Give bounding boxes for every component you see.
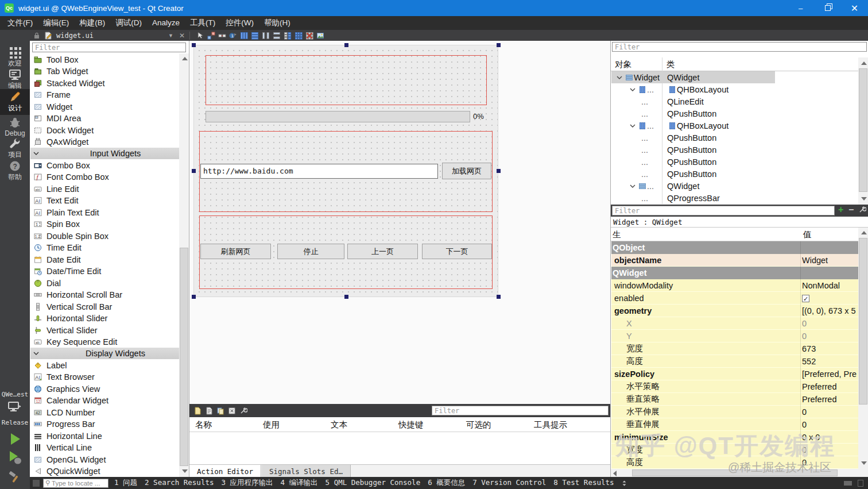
property-row-垂直策略[interactable]: 垂直策略 Preferred	[611, 393, 868, 406]
property-row-objectName[interactable]: objectName Widget	[611, 254, 868, 267]
status-item-5[interactable]: 6 概要信息	[428, 478, 465, 488]
cut-action-icon[interactable]	[203, 407, 215, 415]
action-column-3[interactable]: 快捷键	[398, 419, 424, 430]
scroll-down-arrow[interactable]	[861, 197, 867, 201]
widget-item-Combo Box[interactable]: Combo Box	[30, 159, 179, 171]
widget-item-Progress Bar[interactable]: Progress Bar	[30, 418, 179, 430]
close-button[interactable]: ✕	[841, 0, 868, 16]
selection-handle[interactable]	[192, 169, 196, 173]
run-button[interactable]	[8, 432, 22, 448]
mode-项目[interactable]: 项目	[0, 138, 30, 159]
mode-设计[interactable]: 设计	[0, 89, 30, 115]
remove-property-icon[interactable]: −	[848, 205, 854, 215]
widget-item-Horizontal Scroll Bar[interactable]: Horizontal Scroll Bar	[30, 289, 179, 301]
tree-row-QPushButton[interactable]: ...QPushButton	[611, 132, 858, 144]
menu-item-5[interactable]: 工具(T)	[185, 16, 220, 30]
mode-编辑[interactable]: 编辑	[0, 70, 30, 89]
widget-item-Date/Time Edit[interactable]: Date/Time Edit	[30, 265, 179, 278]
widget-item-Vertical Line[interactable]: Vertical Line	[30, 442, 179, 454]
property-row-垂直伸展[interactable]: 垂直伸展 0	[611, 418, 868, 431]
action-column-2[interactable]: 文本	[331, 419, 347, 430]
tree-row-QHBoxLayout[interactable]: ...QHBoxLayout	[611, 120, 858, 132]
nav-button-0[interactable]: 刷新网页	[200, 244, 271, 259]
designed-form[interactable]: 0% http://www.baidu.com 加载网页 刷新网页停止上一页下一…	[193, 45, 498, 297]
widget-item-Font Combo Box[interactable]: fFont Combo Box	[30, 171, 179, 183]
selection-handle[interactable]	[192, 295, 196, 299]
widget-item-Tab Widget[interactable]: Tab Widget	[30, 66, 179, 78]
widget-item-QAxWidget[interactable]: QAxWidget	[30, 136, 179, 148]
mode-帮助[interactable]: ? 帮助	[0, 159, 30, 182]
object-tree-scroll-thumb[interactable]	[859, 68, 867, 192]
property-row-windowModality[interactable]: windowModality NonModal	[611, 279, 868, 292]
menu-item-2[interactable]: 构建(B)	[74, 16, 110, 30]
widget-item-Date Edit[interactable]: Date Edit	[30, 253, 179, 265]
form-progress-bar[interactable]	[206, 111, 470, 122]
property-row-geometry[interactable]: geometry [(0, 0), 673 x 5	[611, 305, 868, 317]
load-page-button[interactable]: 加载网页	[442, 163, 491, 179]
selection-handle[interactable]	[344, 43, 348, 47]
layout-form-icon[interactable]	[282, 32, 293, 40]
widget-item-Horizontal Slider[interactable]: Horizontal Slider	[30, 313, 179, 325]
menu-item-0[interactable]: 文件(F)	[2, 16, 38, 30]
menu-item-6[interactable]: 控件(W)	[220, 16, 259, 30]
property-row-水平伸展[interactable]: 水平伸展 0	[611, 406, 868, 418]
widget-item-Widget[interactable]: Widget	[30, 101, 179, 113]
layout-splitter-h-icon[interactable]	[260, 32, 271, 40]
widget-item-Key Sequence Edit[interactable]: abKey Sequence Edit	[30, 336, 179, 348]
property-row-宽度[interactable]: 宽度 673	[611, 342, 868, 355]
scroll-left-arrow[interactable]	[613, 471, 617, 476]
widget-item-QQuickWidget[interactable]: QQuickWidget	[30, 465, 179, 478]
widget-box-scroll-thumb[interactable]	[180, 248, 188, 466]
property-section-QWidget[interactable]: QWidget	[611, 267, 868, 279]
widget-item-Time Edit[interactable]: Time Edit	[30, 242, 179, 254]
widget-item-Double Spin Box[interactable]: 1.2Double Spin Box	[30, 230, 179, 242]
minimize-button[interactable]: –	[787, 0, 814, 16]
tree-row-QLineEdit[interactable]: ...QLineEdit	[611, 95, 858, 107]
enabled-checkbox[interactable]: ✓	[802, 295, 809, 302]
locate-search[interactable]: ⚲ Type to locate ...	[43, 479, 108, 488]
selection-handle[interactable]	[497, 295, 501, 299]
scroll-down-arrow[interactable]	[182, 469, 188, 473]
widget-item-OpenGL Widget[interactable]: OpenGL Widget	[30, 453, 179, 465]
edit-buddies-icon[interactable]	[216, 32, 227, 40]
selection-handle[interactable]	[497, 43, 501, 47]
property-settings-icon[interactable]	[858, 206, 866, 214]
widget-item-Vertical Scroll Bar[interactable]: Vertical Scroll Bar	[30, 301, 179, 313]
layout-grid-icon[interactable]	[293, 32, 304, 40]
tree-row-QHBoxLayout[interactable]: ...QHBoxLayout	[611, 83, 858, 95]
nav-button-2[interactable]: 上一页	[347, 244, 418, 259]
menu-item-4[interactable]: Analyze	[147, 16, 185, 30]
tab-action-editor[interactable]: Action Editor	[189, 465, 261, 478]
document-close-icon[interactable]: ✕	[179, 32, 185, 40]
tree-row-QPushButton[interactable]: ...QPushButton	[611, 144, 858, 156]
widget-item-Spin Box[interactable]: 1Spin Box	[30, 218, 179, 230]
chevron-down-icon[interactable]	[628, 184, 637, 188]
status-item-3[interactable]: 4 编译输出	[281, 478, 318, 488]
column-property[interactable]: 生	[613, 229, 621, 240]
selection-handle[interactable]	[344, 295, 348, 299]
restore-button[interactable]	[814, 0, 841, 16]
status-item-2[interactable]: 3 应用程序输出	[221, 478, 273, 488]
widget-item-Line Edit[interactable]: ablLine Edit	[30, 183, 179, 195]
scroll-up-arrow[interactable]	[861, 61, 867, 65]
column-value[interactable]: 值	[803, 229, 812, 240]
status-item-0[interactable]: 1 问题	[114, 478, 137, 488]
widget-item-MDI Area[interactable]: MDI Area	[30, 113, 179, 125]
layout-splitter-v-icon[interactable]	[271, 32, 282, 40]
selection-handle[interactable]	[192, 43, 196, 47]
tab-signals-slots[interactable]: Signals Slots Ed…	[262, 465, 351, 478]
widget-item-Label[interactable]: Label	[30, 359, 179, 371]
chevron-down-icon[interactable]	[615, 75, 624, 80]
statusbar-icon-2[interactable]	[858, 480, 863, 487]
layout-horizontal-icon[interactable]	[238, 32, 249, 40]
edit-tab-order-icon[interactable]: 1	[227, 32, 238, 40]
widget-item-Dock Widget[interactable]: Dock Widget	[30, 124, 179, 136]
adjust-size-icon[interactable]	[315, 32, 326, 40]
status-item-4[interactable]: 5 QML Debugger Console	[326, 478, 421, 488]
edit-widgets-icon[interactable]	[195, 32, 206, 40]
property-row-sizePolicy[interactable]: sizePolicy [Preferred, Pre	[611, 368, 868, 380]
widget-item-Text Browser[interactable]: AIText Browser	[30, 371, 179, 383]
property-row-X[interactable]: X 0	[611, 317, 868, 330]
action-settings-icon[interactable]	[238, 407, 249, 415]
column-class[interactable]: 类	[666, 59, 675, 70]
